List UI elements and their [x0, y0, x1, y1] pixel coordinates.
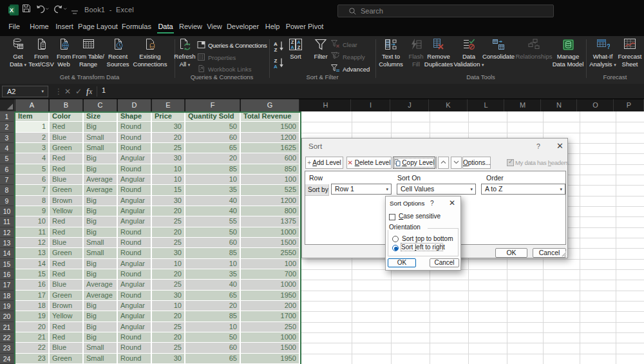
svg-text:A: A [274, 64, 278, 70]
svg-text:A: A [290, 44, 294, 50]
svg-text:X: X [10, 7, 14, 14]
